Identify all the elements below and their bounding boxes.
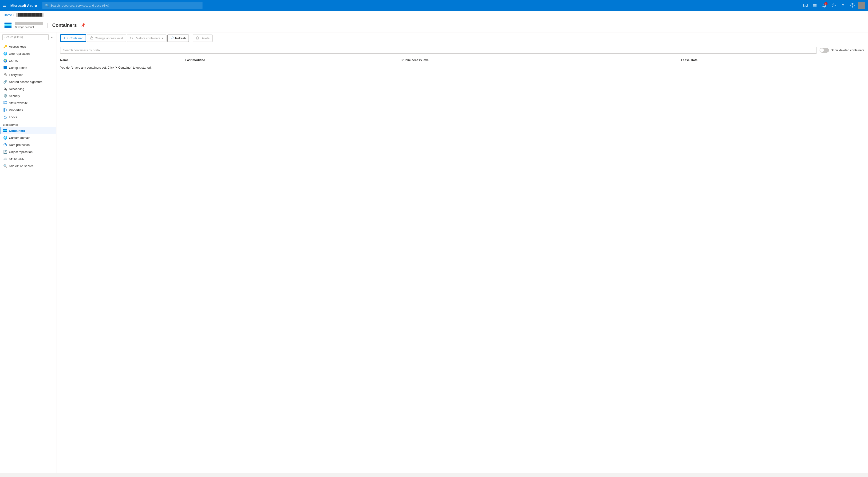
collapse-sidebar-button[interactable]: « <box>50 35 54 39</box>
feedback-button[interactable] <box>848 1 857 10</box>
table-body: You don't have any containers yet. Click… <box>56 64 868 71</box>
sidebar-scroll-area: 🔑 Access keys 🌐 Geo-replication 🌍 CORS C… <box>0 42 56 473</box>
sidebar-item-add-azure-search[interactable]: 🔍 Add Azure Search <box>0 162 56 169</box>
svg-rect-22 <box>91 38 93 39</box>
column-last-modified: Last modified <box>182 56 398 64</box>
column-public-access-level: Public access level <box>398 56 677 64</box>
sidebar-item-data-protection[interactable]: Data protection <box>0 141 56 148</box>
resource-name-column: Storage account <box>15 22 43 28</box>
restore-containers-button[interactable]: Restore containers ▾ <box>127 35 166 42</box>
table-header: Name Last modified Public access level L… <box>56 56 868 64</box>
breadcrumb: Home › ████████████ <box>0 11 868 19</box>
sidebar-item-object-replication[interactable]: 🔄 Object replication <box>0 148 56 155</box>
delete-button[interactable]: Delete <box>193 35 213 42</box>
sidebar-item-containers[interactable]: Containers <box>0 127 56 134</box>
sidebar-search-area: « <box>0 32 56 42</box>
sidebar-label-geo-replication: Geo-replication <box>9 52 30 56</box>
hamburger-menu[interactable]: ☰ <box>3 3 7 8</box>
cloud-shell-button[interactable] <box>801 1 810 10</box>
containers-table: Name Last modified Public access level L… <box>56 56 868 71</box>
table-header-row: Name Last modified Public access level L… <box>56 56 868 64</box>
add-container-button[interactable]: + + Container <box>60 34 86 42</box>
svg-rect-8 <box>3 67 7 68</box>
change-access-level-button[interactable]: Change access level <box>87 35 126 42</box>
sidebar-label-static-website: Static website <box>9 101 28 105</box>
access-keys-icon: 🔑 <box>3 45 7 49</box>
sidebar-label-cors: CORS <box>9 59 18 63</box>
svg-rect-20 <box>3 130 7 131</box>
breadcrumb-home[interactable]: Home <box>4 13 12 17</box>
networking-icon: 🔌 <box>3 87 7 91</box>
content-area: + + Container Change access level Restor… <box>56 32 868 473</box>
icon-bar-1 <box>4 23 11 24</box>
add-container-label: + Container <box>67 36 83 40</box>
sidebar-item-azure-cdn[interactable]: ☁️ Azure CDN <box>0 155 56 162</box>
pin-icon[interactable]: 📌 <box>81 23 85 28</box>
sidebar-item-shared-access-signature[interactable]: 🔗 Shared access signature <box>0 78 56 85</box>
svg-rect-3 <box>813 6 816 7</box>
object-replication-icon: 🔄 <box>3 150 7 154</box>
change-access-level-label: Change access level <box>95 36 123 40</box>
sidebar-item-geo-replication[interactable]: 🌐 Geo-replication <box>0 50 56 57</box>
sidebar-item-security[interactable]: 🛡️ Security <box>0 92 56 99</box>
settings-button[interactable] <box>830 1 838 10</box>
sidebar-item-custom-domain[interactable]: 🌐 Custom domain <box>0 134 56 141</box>
svg-rect-19 <box>3 129 7 130</box>
icon-bar-2 <box>4 25 11 26</box>
help-button[interactable]: ? <box>839 1 847 10</box>
configuration-icon <box>3 66 7 69</box>
sidebar-item-properties[interactable]: Properties <box>0 106 56 114</box>
sidebar-item-encryption[interactable]: Encryption <box>0 71 56 78</box>
global-search-bar[interactable]: 🔍 <box>42 2 203 9</box>
search-icon: 🔍 <box>45 4 49 7</box>
svg-point-5 <box>850 3 855 7</box>
user-avatar[interactable] <box>858 2 865 9</box>
column-lease-state: Lease state <box>677 56 868 64</box>
add-container-icon: + <box>63 36 65 40</box>
global-search-input[interactable] <box>50 4 200 7</box>
page-header: Storage account | Containers 📌 ··· <box>0 19 868 32</box>
show-deleted-toggle[interactable] <box>819 48 829 53</box>
top-navigation: ☰ Microsoft Azure 🔍 2 ? <box>0 0 868 11</box>
sidebar-item-static-website[interactable]: Static website <box>0 99 56 106</box>
sidebar-label-locks: Locks <box>9 115 17 119</box>
security-icon: 🛡️ <box>3 94 7 98</box>
svg-rect-23 <box>196 37 198 39</box>
icon-bar-3 <box>4 26 11 28</box>
toolbar-separator <box>191 35 191 41</box>
encryption-icon <box>3 73 7 76</box>
show-deleted-label: Show deleted containers <box>831 49 864 52</box>
restore-containers-label: Restore containers <box>135 36 160 40</box>
svg-rect-9 <box>3 68 7 69</box>
sidebar-item-access-keys[interactable]: 🔑 Access keys <box>0 43 56 50</box>
sidebar-label-azure-cdn: Azure CDN <box>9 157 25 161</box>
sidebar-search-input[interactable] <box>2 34 49 40</box>
svg-rect-1 <box>813 4 816 5</box>
show-deleted-toggle-area: Show deleted containers <box>819 48 864 53</box>
empty-message: You don't have any containers yet. Click… <box>56 64 868 71</box>
more-options-icon[interactable]: ··· <box>88 23 91 27</box>
sidebar-item-networking[interactable]: 🔌 Networking <box>0 85 56 92</box>
empty-state-row: You don't have any containers yet. Click… <box>56 64 868 71</box>
sidebar-item-cors[interactable]: 🌍 CORS <box>0 57 56 64</box>
sidebar-item-configuration[interactable]: Configuration <box>0 64 56 71</box>
svg-point-4 <box>833 5 834 6</box>
refresh-label: Refresh <box>175 36 186 40</box>
refresh-button[interactable]: Refresh <box>167 35 189 42</box>
header-separator: | <box>47 22 49 28</box>
page-title: Containers <box>52 23 76 28</box>
top-nav-icons: 2 ? <box>801 1 865 10</box>
storage-account-icon <box>4 23 11 28</box>
blurred-resource-name <box>15 22 43 25</box>
notifications-button[interactable]: 2 <box>820 1 829 10</box>
restore-dropdown-icon: ▾ <box>162 36 163 40</box>
blob-service-group-label: Blob service <box>0 121 56 127</box>
add-azure-search-icon: 🔍 <box>3 164 7 168</box>
svg-rect-15 <box>3 104 7 104</box>
table-container: Name Last modified Public access level L… <box>56 54 868 74</box>
container-search-input[interactable] <box>60 47 817 54</box>
properties-icon <box>3 108 7 112</box>
notification-badge: 2 <box>824 2 828 5</box>
sidebar-item-locks[interactable]: Locks <box>0 114 56 121</box>
portal-settings-button[interactable] <box>811 1 819 10</box>
